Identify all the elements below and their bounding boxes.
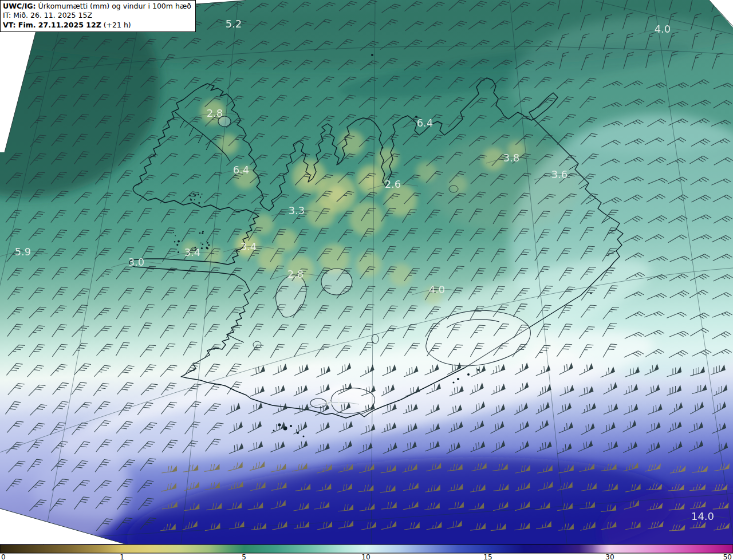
contour-label: 3.4 [241, 240, 257, 253]
colorbar-tick: 30 [605, 553, 614, 560]
contour-label: 5.9 [15, 246, 31, 258]
init-time-line: IT: Mið. 26. 11. 2025 15Z [3, 11, 191, 20]
colorbar: 01510153050 [0, 545, 733, 560]
model-id: UWC/IG: [3, 2, 36, 10]
product-title-line: UWC/IG: Úrkomumætti (mm) og vindur i 100… [3, 2, 191, 11]
contour-label: 3.6 [551, 168, 568, 180]
product-name: Úrkomumætti (mm) og vindur i 100m hæð [38, 2, 191, 10]
contour-label: 5.2 [226, 18, 242, 30]
contour-label: 4.0 [429, 283, 446, 295]
contour-label: 2.8 [287, 268, 304, 280]
colorbar-tick: 10 [361, 553, 370, 560]
colorbar-tick: 50 [723, 553, 732, 560]
contour-label: 4.0 [655, 23, 671, 35]
weather-map-viewer: 5.24.02.86.43.83.66.42.63.35.93.43.43.02… [0, 0, 733, 560]
contour-label: 3.8 [503, 152, 520, 164]
colorbar-gradient [0, 545, 733, 553]
valid-offset: (+21 h) [104, 21, 131, 29]
contour-label: 6.1 [326, 396, 342, 408]
weather-map: 5.24.02.86.43.83.66.42.63.35.93.43.43.02… [0, 0, 733, 560]
contour-label: 3.4 [184, 246, 201, 258]
colorbar-tick: 15 [483, 553, 492, 560]
contour-label: 3.3 [289, 204, 305, 216]
contour-label: 2.6 [385, 178, 401, 190]
colorbar-tick: 0 [1, 553, 6, 560]
valid-time: VT: Fim. 27.11.2025 12Z [3, 21, 101, 29]
valid-time-line: VT: Fim. 27.11.2025 12Z (+21 h) [3, 21, 191, 30]
contour-label: 2.8 [207, 107, 223, 119]
colorbar-tick: 1 [120, 553, 124, 560]
contour-label: 6.4 [417, 117, 434, 129]
contour-label: 14.0 [691, 510, 714, 522]
colorbar-tick: 5 [242, 553, 246, 560]
title-box: UWC/IG: Úrkomumætti (mm) og vindur i 100… [0, 0, 196, 32]
contour-label: 6.4 [233, 164, 250, 176]
contour-label: 3.0 [128, 256, 145, 268]
